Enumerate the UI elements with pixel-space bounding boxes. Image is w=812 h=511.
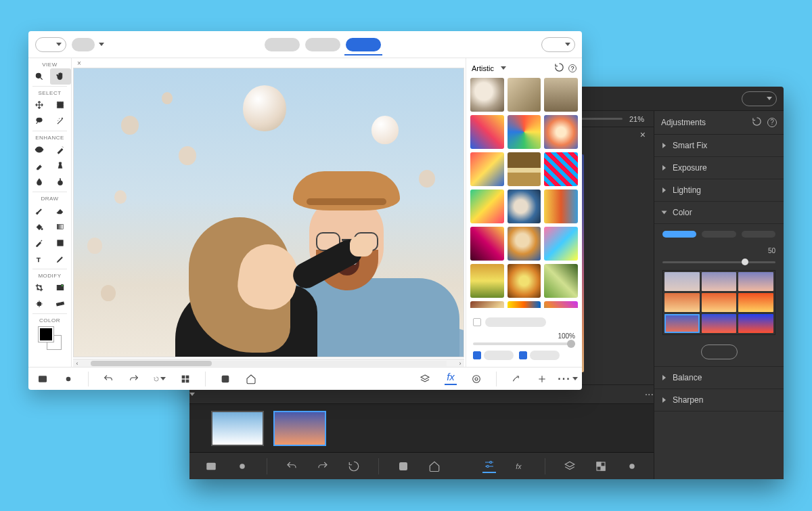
adjust-sharpen[interactable]: Sharpen	[654, 389, 784, 412]
brush-tool-icon[interactable]	[28, 202, 50, 219]
effect-thumb[interactable]	[544, 152, 578, 186]
effect-thumb[interactable]	[544, 78, 578, 112]
document-tab[interactable]: ×	[72, 58, 466, 68]
more-icon[interactable]: ···	[562, 373, 574, 385]
record-icon[interactable]	[235, 460, 249, 473]
mode-tab[interactable]	[265, 38, 300, 51]
organizer-icon[interactable]	[397, 460, 410, 473]
effect-thumb[interactable]	[508, 190, 541, 223]
effect-thumb[interactable]	[508, 78, 541, 112]
effect-thumb[interactable]	[470, 301, 504, 308]
effect-thumb[interactable]	[470, 78, 504, 112]
chevron-down-icon[interactable]	[189, 393, 195, 396]
color-reset-button[interactable]	[701, 345, 738, 359]
zoom-tool-icon[interactable]	[28, 68, 50, 85]
effect-thumb[interactable]	[508, 264, 541, 298]
content-move-tool-icon[interactable]	[28, 296, 50, 312]
rotate-icon[interactable]	[154, 373, 166, 385]
effect-thumb[interactable]	[470, 227, 504, 261]
help-icon[interactable]: ?	[767, 118, 777, 127]
adjust-color[interactable]: Color	[654, 202, 784, 224]
color-subtab-1[interactable]	[662, 231, 696, 238]
shape-tool-icon[interactable]	[50, 235, 72, 251]
photo-bin-thumb-selected[interactable]	[273, 411, 326, 446]
color-preset[interactable]	[738, 314, 773, 333]
effect-thumb[interactable]	[508, 227, 541, 261]
effect-thumb[interactable]	[508, 152, 541, 186]
effect-thumb[interactable]	[544, 301, 578, 308]
effect-thumb[interactable]	[508, 115, 541, 149]
reset-icon[interactable]	[752, 116, 762, 129]
foreground-color-swatch[interactable]	[39, 327, 53, 342]
magic-wand-tool-icon[interactable]	[50, 113, 72, 129]
color-preset[interactable]	[664, 272, 700, 291]
color-subtab-2[interactable]	[702, 231, 736, 238]
undo-icon[interactable]	[285, 460, 298, 473]
effect-thumb[interactable]	[470, 115, 504, 149]
effect-thumb[interactable]	[508, 301, 541, 308]
eraser-tool-icon[interactable]	[50, 202, 72, 219]
create-dropdown[interactable]	[541, 37, 575, 52]
gradient-tool-icon[interactable]	[50, 219, 72, 235]
layers-icon[interactable]	[419, 373, 431, 385]
photo-bin-icon[interactable]	[37, 373, 49, 385]
adjust-smartfix[interactable]: Smart Fix	[654, 135, 784, 157]
color-swap[interactable]	[39, 327, 62, 350]
home-icon[interactable]	[428, 460, 441, 473]
organizer-icon[interactable]	[219, 373, 231, 385]
photo-bin-icon[interactable]	[204, 460, 218, 473]
rotate-icon[interactable]	[347, 460, 361, 473]
effects-category[interactable]: Artistic	[472, 64, 494, 72]
effect-thumb[interactable]	[544, 264, 578, 298]
mode-tab-active[interactable]	[346, 38, 381, 51]
effect-thumb[interactable]	[470, 190, 504, 223]
effect-checkbox-2[interactable]	[519, 351, 527, 359]
effect-option-checkbox[interactable]	[473, 318, 481, 326]
help-icon[interactable]: ?	[568, 64, 577, 72]
record-icon-2[interactable]	[625, 460, 639, 473]
adjust-balance[interactable]: Balance	[654, 367, 784, 389]
color-preset[interactable]	[738, 293, 773, 312]
adjust-exposure[interactable]: Exposure	[654, 157, 784, 179]
close-icon[interactable]: ×	[77, 60, 81, 67]
color-preset-selected[interactable]	[664, 314, 700, 333]
reset-icon[interactable]	[554, 62, 564, 74]
marquee-tool-icon[interactable]	[50, 97, 72, 113]
straighten-tool-icon[interactable]	[50, 296, 72, 312]
color-preset[interactable]	[664, 293, 700, 312]
type-tool-icon[interactable]: T	[28, 251, 50, 267]
spot-heal-tool-icon[interactable]	[28, 158, 50, 174]
whiten-tool-icon[interactable]	[50, 141, 72, 158]
effect-checkbox-1[interactable]	[473, 351, 481, 359]
transparency-icon[interactable]	[594, 460, 608, 473]
redo-icon[interactable]	[128, 373, 140, 385]
styles-icon[interactable]	[470, 373, 482, 385]
scroll-right-icon[interactable]: ›	[456, 360, 464, 367]
effects-fx-icon[interactable]: fx	[514, 460, 527, 473]
intensity-slider[interactable]	[473, 342, 575, 345]
open-dropdown[interactable]	[35, 37, 66, 52]
redo-icon[interactable]	[316, 460, 330, 473]
color-subtab-3[interactable]	[742, 231, 775, 238]
effect-thumb[interactable]	[470, 264, 504, 298]
effect-thumb[interactable]	[470, 152, 504, 186]
adjust-lighting[interactable]: Lighting	[654, 179, 784, 202]
color-preset[interactable]	[702, 314, 737, 333]
home-icon[interactable]	[245, 373, 257, 385]
quick-adjust-icon[interactable]	[482, 460, 496, 473]
effect-thumb[interactable]	[544, 227, 578, 261]
undo-icon[interactable]	[102, 373, 114, 385]
canvas-hscrollbar[interactable]: ‹ ›	[73, 359, 464, 367]
close-icon[interactable]: ×	[640, 129, 646, 140]
move-tool-icon[interactable]	[28, 97, 50, 113]
effect-thumb[interactable]	[544, 190, 578, 223]
add-icon[interactable]	[536, 373, 548, 385]
canvas[interactable]	[73, 68, 464, 357]
chevron-down-icon[interactable]	[501, 66, 506, 70]
layers-icon[interactable]	[563, 460, 577, 473]
fill-tool-icon[interactable]	[28, 219, 50, 235]
color-slider[interactable]	[662, 261, 775, 263]
effects-fx-icon[interactable]: fx	[445, 373, 457, 385]
more-icon[interactable]: ···	[645, 388, 654, 401]
color-preset[interactable]	[702, 272, 737, 291]
